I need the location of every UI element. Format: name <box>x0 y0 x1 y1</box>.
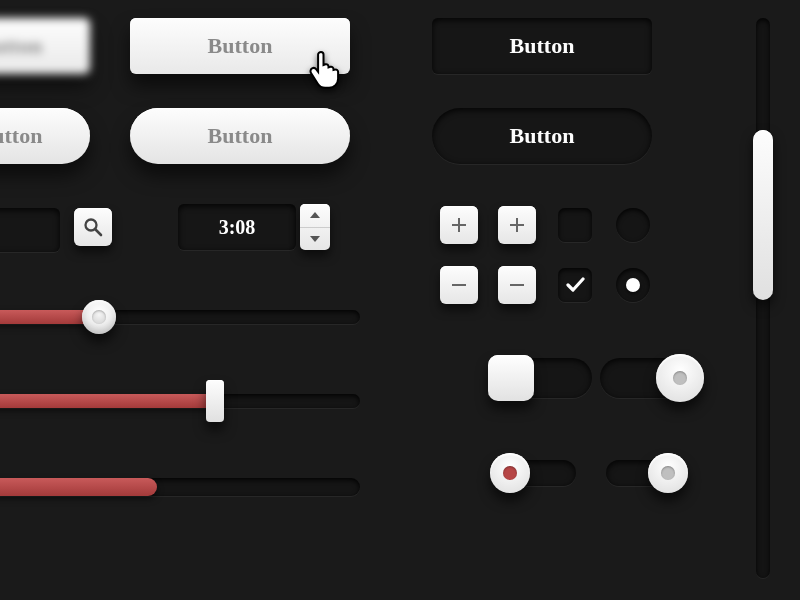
vertical-scrollbar-thumb[interactable] <box>753 130 773 300</box>
checkbox-unchecked[interactable] <box>558 208 592 242</box>
time-stepper-buttons <box>300 204 330 250</box>
button-rect-dark[interactable]: Button <box>432 18 652 74</box>
plus-icon <box>451 217 467 233</box>
check-icon <box>565 275 585 295</box>
minus-icon <box>451 277 467 293</box>
chevron-up-icon <box>309 211 321 219</box>
checkbox-checked[interactable] <box>558 268 592 302</box>
button-label: Button <box>0 123 42 149</box>
time-value: 3:08 <box>219 216 256 239</box>
radio-selected[interactable] <box>616 268 650 302</box>
progress-bar <box>0 478 360 496</box>
button-pill-light[interactable]: Button <box>130 108 350 164</box>
search-button[interactable] <box>74 208 112 246</box>
toggle-round-small-right-knob[interactable] <box>648 453 688 493</box>
toggle-square-knob[interactable] <box>488 355 534 401</box>
button-label: Button <box>0 33 42 59</box>
plus-button-1[interactable] <box>440 206 478 244</box>
button-pill-light-partial[interactable]: Button <box>0 108 90 164</box>
slider-2-track[interactable] <box>0 394 360 408</box>
button-pill-dark[interactable]: Button <box>432 108 652 164</box>
radio-unselected[interactable] <box>616 208 650 242</box>
stepper-up[interactable] <box>300 204 330 228</box>
slider-1-thumb[interactable] <box>82 300 116 334</box>
slider-2-thumb[interactable] <box>206 380 224 422</box>
minus-button-2[interactable] <box>498 266 536 304</box>
search-icon <box>83 217 103 237</box>
button-label: Button <box>208 123 273 149</box>
button-label: Button <box>510 33 575 59</box>
button-rect-light-hover[interactable]: Button <box>130 18 350 74</box>
slider-2-fill <box>0 394 219 408</box>
stepper-down[interactable] <box>300 228 330 251</box>
plus-icon <box>509 217 525 233</box>
button-label: Button <box>208 33 273 59</box>
minus-icon <box>509 277 525 293</box>
toggle-round-large-knob[interactable] <box>656 354 704 402</box>
time-stepper-field[interactable]: 3:08 <box>178 204 296 250</box>
chevron-down-icon <box>309 235 321 243</box>
slider-1-track[interactable] <box>0 310 360 324</box>
button-label: Button <box>510 123 575 149</box>
slider-1-fill <box>0 310 94 324</box>
svg-rect-2 <box>452 284 466 286</box>
svg-rect-3 <box>510 284 524 286</box>
search-field-partial[interactable] <box>0 208 60 252</box>
progress-fill <box>0 478 157 496</box>
button-rect-light-partial[interactable]: Button <box>0 18 90 74</box>
svg-line-1 <box>96 230 102 236</box>
minus-button-1[interactable] <box>440 266 478 304</box>
plus-button-2[interactable] <box>498 206 536 244</box>
toggle-round-small-left-knob[interactable] <box>490 453 530 493</box>
